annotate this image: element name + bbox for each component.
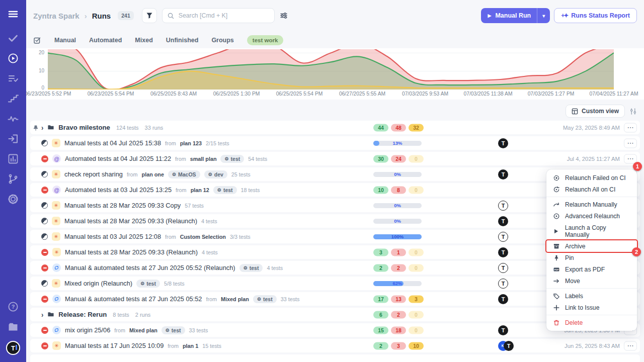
more-actions-button[interactable]: ⋯ (624, 123, 637, 132)
tests-count: 33 tests (189, 327, 208, 333)
search-box[interactable] (162, 8, 275, 23)
row-main: ›Bravo milestone124 tests33 runs (41, 123, 163, 132)
menu-item-advanced-relaunch[interactable]: Advanced Relaunch (546, 210, 637, 222)
env-tag: ⚙test (162, 326, 185, 334)
menu-item-pin[interactable]: Pin (546, 252, 637, 263)
tab-mixed[interactable]: Mixed (135, 37, 152, 44)
view-settings-button[interactable] (280, 12, 288, 20)
play-icon: ▶ (488, 13, 491, 18)
x-tick-label: 06/25/2025 1:30 PM (213, 91, 260, 97)
menu-item-move[interactable]: Move (546, 275, 637, 287)
row-actions: ⋯ (624, 138, 637, 148)
runs-count-badge: 241 (118, 11, 134, 20)
list-row-partial (30, 354, 640, 362)
branches-icon[interactable] (0, 169, 26, 189)
from-label: from (114, 327, 125, 333)
menu-item-label: Relaunch Manually (565, 201, 617, 208)
tab-manual[interactable]: Manual (54, 37, 76, 44)
tasks-check-icon[interactable] (0, 28, 26, 48)
expand-chevron-icon[interactable]: › (41, 123, 43, 132)
export-pdf-icon: PDF (552, 266, 560, 273)
failed-count-badge: 3 (391, 342, 406, 349)
runs-play-icon[interactable] (0, 48, 26, 68)
tests-count: 57 tests (185, 203, 204, 209)
skipped-count-badge: 0 (409, 264, 424, 272)
x-tick-label: 07/03/2025 9:53 AM (402, 91, 448, 97)
menu-item-relaunch-manually[interactable]: Relaunch Manually (546, 199, 637, 210)
chart-plot (48, 49, 614, 89)
search-input[interactable] (178, 12, 269, 20)
passed-count-badge: 15 (373, 326, 388, 334)
test-plans-icon[interactable] (0, 68, 26, 88)
pulse-icon[interactable] (0, 109, 26, 129)
filter-button[interactable] (142, 8, 157, 23)
group-row[interactable]: ›Bravo milestone124 tests33 runs444832Ma… (30, 121, 640, 134)
run-date: May 23, 2025 8:49 AM (563, 125, 620, 131)
tab-unfinished[interactable]: Unfinished (166, 37, 199, 44)
settings-icon[interactable] (0, 189, 26, 209)
more-actions-button[interactable]: ⋯ (624, 341, 637, 350)
expand-chevron-icon[interactable]: › (41, 310, 43, 319)
stopped-status-icon (41, 327, 48, 334)
tab-automated[interactable]: Automated (89, 37, 122, 44)
manual-origin-icon: ✳ (52, 279, 60, 288)
active-filter-label[interactable]: test work (247, 35, 284, 45)
menu-item-relaunch-all-on-ci[interactable]: Relaunch All on CI (546, 184, 637, 195)
stopped-status-icon (41, 342, 48, 349)
run-title: Automated tests at 03 Jul 2025 13:25 (65, 186, 172, 194)
runs-status-report-button[interactable]: +✦ Runs Status Report (554, 8, 637, 23)
annotation-step-1: 1 (633, 162, 642, 171)
columns-settings-icon[interactable] (629, 108, 637, 115)
assignee-avatars: T (498, 201, 508, 211)
advanced-relaunch-icon (552, 213, 560, 220)
user-avatar[interactable]: T (6, 341, 20, 355)
avatar: T (498, 216, 508, 226)
group-tests-count: 124 tests (116, 125, 139, 131)
run-stats: 15180 (373, 326, 424, 334)
more-actions-button[interactable]: ⋯ (624, 138, 637, 148)
gear-icon: ⚙ (257, 297, 261, 302)
menu-item-delete[interactable]: Delete (546, 317, 637, 328)
menu-icon[interactable] (0, 0, 26, 28)
run-row[interactable]: ✳Manual tests at 17 Jun 2025 10:09frompl… (30, 339, 640, 352)
custom-view-button[interactable]: Custom view (566, 105, 625, 118)
breadcrumb-project[interactable]: Zyntra Spark (33, 12, 79, 20)
gear-icon: ⚙ (217, 188, 221, 193)
breadcrumb-separator: › (85, 12, 87, 20)
menu-item-archive[interactable]: Archive2 (546, 240, 637, 252)
gear-icon: ⚙ (166, 328, 170, 333)
passed-count-badge: 10 (373, 186, 388, 194)
tab-groups[interactable]: Groups (211, 37, 233, 44)
run-row[interactable]: @Automated tests at 04 Jul 2025 11:22fro… (30, 152, 640, 165)
manual-run-button[interactable]: ▶ Manual Run ▾ (481, 8, 550, 23)
from-label: from (168, 343, 179, 349)
avatar: T (498, 232, 508, 242)
group-name: Release: Rerun (58, 311, 107, 318)
link-issue-icon (552, 304, 560, 311)
menu-item-launch-a-copy-manually[interactable]: Launch a Copy Manually (546, 222, 637, 240)
chevron-down-icon[interactable]: ▾ (537, 13, 550, 19)
run-row[interactable]: ✳Manual tests at 04 Jul 2025 15:38frompl… (30, 136, 640, 150)
menu-item-labels[interactable]: Labels (546, 290, 637, 302)
tests-count: 33 tests (281, 296, 300, 302)
env-tag: ⚙test (220, 155, 244, 163)
sidebar: ? T (0, 0, 26, 362)
menu-item-export-as-pdf[interactable]: PDFExport as PDF (546, 263, 637, 275)
menu-item-link-to-issue[interactable]: Link to Issue (546, 302, 637, 313)
help-icon[interactable]: ? (0, 297, 26, 317)
x-tick-label: 06/25/2025 8:43 AM (150, 91, 197, 97)
x-tick-label: 06/23/2025 5:52 PM (25, 91, 71, 97)
milestones-icon[interactable] (0, 88, 26, 109)
run-title: Manual tests at 03 Jul 2025 12:08 (64, 233, 161, 240)
run-title: Manual tests at 04 Jul 2025 15:38 (64, 139, 161, 147)
relaunch-failed-ci-icon (552, 174, 560, 182)
in-progress-status-icon (41, 202, 48, 209)
in-progress-status-icon (41, 233, 48, 240)
analytics-icon[interactable] (0, 149, 26, 169)
env-tag-label: test (146, 281, 156, 287)
import-icon[interactable] (0, 129, 26, 149)
bulk-select-icon[interactable] (33, 36, 41, 44)
row-main: Manual & automated tests at 27 Jun 2025 … (41, 295, 299, 303)
menu-item-relaunch-failed-on-ci[interactable]: Relaunch Failed on CI (546, 172, 637, 184)
projects-icon[interactable] (0, 317, 26, 337)
